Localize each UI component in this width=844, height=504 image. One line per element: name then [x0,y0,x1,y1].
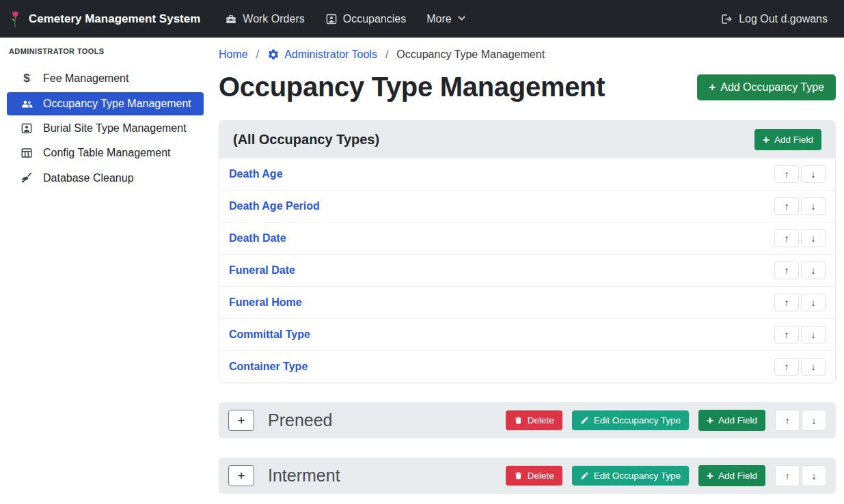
move-down-button[interactable]: ↓ [801,358,826,376]
up-arrow-icon: ↑ [785,297,789,308]
all-types-card-header: (All Occupancy Types) + Add Field [219,121,835,158]
move-up-button[interactable]: ↑ [774,294,799,311]
dollar-icon: $ [19,72,34,85]
down-arrow-icon: ↓ [811,329,816,340]
app-brand[interactable]: Cemetery Management System [8,10,200,28]
edit-occupancy-type-button[interactable]: Edit Occupancy Type [572,466,689,486]
add-occupancy-type-label: Add Occupancy Type [720,81,824,94]
field-link[interactable]: Death Age [229,168,283,180]
toolbox-icon [225,13,237,25]
field-link[interactable]: Funeral Home [229,296,302,309]
add-field-label: Add Field [774,135,813,145]
add-field-button[interactable]: + Add Field [698,465,765,486]
move-up-button[interactable]: ↑ [774,358,799,376]
sidebar-item-label: Occupancy Type Management [43,98,191,110]
expand-button[interactable]: + [228,465,254,486]
all-occupancy-types-card: (All Occupancy Types) + Add Field Death … [219,120,836,383]
nav-work-orders-label: Work Orders [243,13,304,25]
down-arrow-icon: ↓ [812,471,817,481]
down-arrow-icon: ↓ [811,297,816,308]
field-link[interactable]: Death Age Period [229,200,320,212]
down-arrow-icon: ↓ [811,201,816,212]
move-up-button[interactable]: ↑ [774,326,799,344]
up-arrow-icon: ↑ [785,201,789,212]
move-down-button[interactable]: ↓ [801,229,826,247]
move-up-button[interactable]: ↑ [774,262,799,279]
portrait-icon [325,13,338,25]
reorder-controls: ↑ ↓ [774,197,826,215]
pencil-icon [580,471,589,480]
field-link[interactable]: Funeral Date [229,264,295,277]
sidebar-header: ADMINISTRATOR TOOLS [0,47,210,65]
sidebar-item-occupancy-type-management[interactable]: Occupancy Type Management [7,92,204,115]
sidebar-item-label: Burial Site Type Management [43,122,187,135]
reorder-controls: ↑ ↓ [774,165,826,183]
down-arrow-icon: ↓ [811,361,816,372]
move-down-button[interactable]: ↓ [802,465,826,486]
move-up-button[interactable]: ↑ [774,165,799,183]
field-link[interactable]: Committal Type [229,328,310,341]
breadcrumb: Home / Administrator Tools / Occupancy T… [219,48,836,61]
move-up-button[interactable]: ↑ [774,229,799,247]
top-navbar: Cemetery Management System Work Orders O… [0,0,844,38]
move-down-button[interactable]: ↓ [801,197,826,215]
move-up-button[interactable]: ↑ [775,410,800,431]
expand-button[interactable]: + [228,410,254,431]
nav-occupancies[interactable]: Occupancies [325,13,407,25]
add-field-button[interactable]: + Add Field [698,410,765,431]
sidebar-item-config-table-management[interactable]: Config Table Management [7,141,204,165]
move-up-button[interactable]: ↑ [774,197,799,215]
gear-icon [267,48,280,61]
page-title: Occupancy Type Management [219,72,605,102]
field-link[interactable]: Container Type [229,361,308,373]
add-field-label: Add Field [718,415,757,425]
flower-logo-icon [8,10,23,28]
reorder-controls: ↑ ↓ [774,294,826,311]
breadcrumb-current: Occupancy Type Management [396,48,545,61]
sidebar-item-fee-management[interactable]: $ Fee Management [7,66,204,91]
up-arrow-icon: ↑ [785,265,789,276]
reorder-controls: ↑ ↓ [774,358,826,376]
move-down-button[interactable]: ↓ [801,326,826,344]
plus-icon: + [709,81,716,93]
edit-occupancy-type-label: Edit Occupancy Type [594,415,681,425]
add-occupancy-type-button[interactable]: + Add Occupancy Type [697,74,836,100]
nav-work-orders[interactable]: Work Orders [225,13,304,25]
field-link[interactable]: Death Date [229,232,286,244]
down-arrow-icon: ↓ [812,415,817,426]
move-up-button[interactable]: ↑ [775,465,800,486]
breadcrumb-separator: / [256,48,259,61]
plus-icon: + [707,470,713,481]
field-row: Death Age Period ↑ ↓ [219,191,835,223]
field-row: Death Age ↑ ↓ [219,158,835,191]
edit-occupancy-type-label: Edit Occupancy Type [594,471,681,481]
add-field-button[interactable]: + Add Field [754,129,821,150]
field-row: Committal Type ↑ ↓ [219,319,835,351]
sidebar-item-database-cleanup[interactable]: Database Cleanup [7,166,204,190]
broom-icon [19,171,34,184]
reorder-controls: ↑ ↓ [774,229,826,247]
delete-button[interactable]: Delete [506,410,562,430]
delete-button[interactable]: Delete [506,466,562,486]
sidebar-item-burial-site-type-management[interactable]: Burial Site Type Management [7,117,204,140]
reorder-controls: ↑ ↓ [775,410,826,431]
nav-more[interactable]: More [426,13,465,25]
field-row: Funeral Home ↑ ↓ [219,287,835,319]
move-down-button[interactable]: ↓ [802,410,826,431]
field-row: Death Date ↑ ↓ [219,223,835,255]
logout-link[interactable]: Log Out d.gowans [721,13,828,25]
users-icon [19,98,34,110]
nav-more-label: More [426,13,451,25]
main-content: Home / Administrator Tools / Occupancy T… [210,38,844,504]
edit-occupancy-type-button[interactable]: Edit Occupancy Type [572,410,689,430]
all-types-card-title: (All Occupancy Types) [233,132,379,148]
reorder-controls: ↑ ↓ [774,262,826,279]
breadcrumb-home[interactable]: Home [219,48,248,61]
breadcrumb-admin-tools[interactable]: Administrator Tools [267,48,377,61]
logout-label: Log Out d.gowans [739,13,828,25]
move-down-button[interactable]: ↓ [801,165,826,183]
move-down-button[interactable]: ↓ [801,262,826,279]
down-arrow-icon: ↓ [811,265,816,276]
trash-icon [514,416,523,425]
move-down-button[interactable]: ↓ [801,294,826,311]
